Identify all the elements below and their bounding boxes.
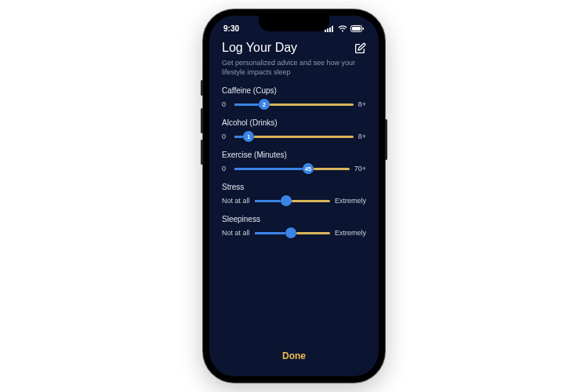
page-subtitle: Get personalized advice and see how your… (222, 58, 363, 77)
slider-label: Sleepiness (222, 215, 366, 223)
edit-icon[interactable] (354, 42, 366, 55)
done-button[interactable]: Done (282, 350, 306, 361)
battery-icon (350, 25, 365, 32)
slider-min-label: 0 (222, 132, 230, 140)
phone-screen: 9:30 Log Your Day Get personali (209, 16, 379, 376)
slider-label: Stress (222, 183, 366, 191)
side-button (201, 140, 203, 165)
slider-min-label: 0 (222, 100, 230, 108)
svg-rect-0 (325, 30, 326, 32)
slider-max-label: 8+ (358, 132, 366, 140)
slider-max-label: Extremely (335, 229, 366, 237)
slider-track[interactable]: 45 (234, 168, 350, 170)
wifi-icon (338, 25, 347, 32)
slider-thumb[interactable]: 1 (243, 131, 254, 142)
svg-rect-3 (332, 26, 333, 32)
slider-label: Alcohol (Drinks) (222, 118, 366, 127)
slider-thumb[interactable]: 45 (303, 163, 314, 174)
svg-rect-1 (327, 28, 328, 32)
svg-rect-2 (329, 27, 331, 32)
slider-track[interactable]: 1 (234, 136, 354, 138)
slider-group: StressNot at allExtremely (222, 183, 366, 207)
slider-group: Caffeine (Cups)028+ (222, 86, 366, 111)
side-button (385, 119, 387, 160)
slider-max-label: 70+ (354, 165, 366, 172)
footer: Done (209, 339, 379, 376)
slider-max-label: Extremely (335, 197, 366, 205)
svg-rect-7 (363, 27, 365, 30)
slider-label: Exercise (Minutes) (222, 151, 366, 159)
slider-group: Alcohol (Drinks)018+ (222, 118, 366, 143)
slider-thumb[interactable] (281, 195, 292, 206)
slider-track[interactable] (255, 200, 330, 202)
slider-thumb[interactable] (285, 227, 296, 238)
slider-thumb[interactable]: 2 (259, 99, 270, 110)
slider-track[interactable] (255, 232, 330, 234)
side-button (201, 80, 203, 96)
status-time: 9:30 (223, 24, 239, 33)
slider-track[interactable]: 2 (234, 103, 354, 106)
slider-max-label: 8+ (358, 100, 366, 108)
svg-point-4 (342, 30, 343, 31)
svg-rect-6 (352, 27, 361, 31)
slider-min-label: Not at all (222, 229, 250, 237)
slider-group: SleepinessNot at allExtremely (222, 215, 366, 239)
page-title: Log Your Day (222, 41, 297, 55)
phone-device-frame: 9:30 Log Your Day Get personali (203, 9, 385, 383)
content-area: Log Your Day Get personalized advice and… (209, 38, 379, 339)
slider-label: Caffeine (Cups) (222, 86, 366, 95)
slider-min-label: 0 (222, 165, 230, 172)
side-button (201, 108, 203, 133)
slider-group: Exercise (Minutes)04570+ (222, 151, 366, 175)
slider-min-label: Not at all (222, 197, 250, 205)
slider-fill (234, 168, 308, 170)
notch (259, 16, 329, 31)
